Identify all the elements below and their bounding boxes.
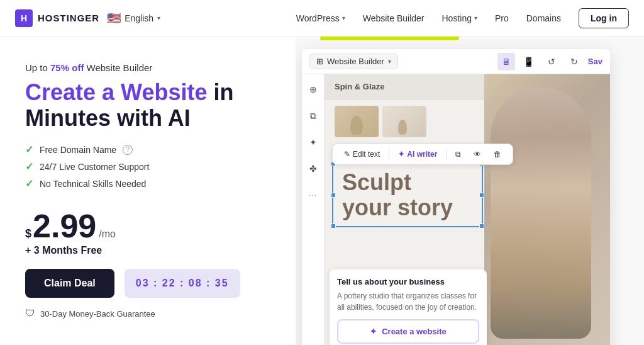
hero-title-purple: Create a Website — [25, 79, 207, 105]
edit-toolbar: ✎ Edit text ✦ AI writer ⧉ 👁 🗑 — [332, 144, 513, 165]
feature-item-support: ✓ 24/7 Live Customer Support — [25, 161, 270, 172]
login-button[interactable]: Log in — [579, 8, 629, 28]
main-nav: WordPress ▾ Website Builder Hosting ▾ Pr… — [296, 8, 629, 28]
vase-shape-2 — [398, 120, 407, 135]
redo-button[interactable]: ↻ — [565, 53, 583, 71]
promo-text: Up to 75% off Website Builder — [25, 62, 270, 73]
ai-star-icon: ✦ — [398, 150, 404, 159]
guarantee-text: 🛡 30-Day Money-Back Guarantee — [25, 308, 270, 319]
header-left: H HOSTINGER 🇺🇸 English ▾ — [15, 9, 160, 27]
toolbar-separator-2 — [446, 149, 447, 159]
builder-actions: 🖥 📱 ↺ ↻ Sav — [497, 53, 602, 71]
check-icon-1: ✓ — [25, 144, 33, 156]
thumbnail-2 — [382, 106, 426, 137]
price-section: $ 2.99 /mo + 3 Months Free — [25, 210, 270, 256]
elements-tool[interactable]: ✤ — [306, 161, 321, 176]
builder-toolbar: ⊞ Website Builder ▾ 🖥 📱 ↺ ↻ Sav — [302, 49, 610, 74]
left-panel: Up to 75% off Website Builder Create a W… — [0, 37, 296, 345]
features-list: ✓ Free Domain Name ? ✓ 24/7 Live Custome… — [25, 144, 270, 195]
handle-left-bot[interactable] — [331, 223, 336, 229]
builder-body: ⊕ ⧉ ✦ ✤ ··· ⚙ Spin & Glaze — [302, 74, 610, 345]
feature-item-domain: ✓ Free Domain Name ? — [25, 144, 270, 156]
canvas-brand-name: Spin & Glaze — [335, 82, 384, 91]
main-content: Up to 75% off Website Builder Create a W… — [0, 37, 644, 345]
feature-item-skills: ✓ No Technical Skills Needed — [25, 178, 270, 189]
info-card: Tell us about your business A pottery st… — [330, 269, 487, 345]
right-panel: ⊞ Website Builder ▾ 🖥 📱 ↺ ↻ Sav ⊕ ⧉ ✦ — [296, 37, 644, 345]
ai-tool[interactable]: ✦ — [306, 135, 321, 150]
flag-icon: 🇺🇸 — [107, 11, 121, 25]
handle-left-mid[interactable] — [331, 193, 336, 198]
nav-item-pro[interactable]: Pro — [495, 13, 509, 23]
nav-item-hosting[interactable]: Hosting ▾ — [441, 13, 477, 23]
hosting-chevron-icon: ▾ — [474, 14, 477, 21]
nav-item-wordpress[interactable]: WordPress ▾ — [296, 13, 345, 23]
add-tool[interactable]: ⊕ — [306, 82, 321, 97]
logo[interactable]: H HOSTINGER — [15, 9, 99, 27]
info-card-title: Tell us about your business — [337, 277, 479, 286]
sculpt-text: Sculpt your story — [342, 170, 473, 220]
undo-button[interactable]: ↺ — [543, 53, 560, 71]
price-bonus: + 3 Months Free — [25, 245, 270, 256]
header: H HOSTINGER 🇺🇸 English ▾ WordPress ▾ Web… — [0, 0, 644, 37]
price-amount: 2.99 — [33, 210, 96, 242]
builder-canvas: Spin & Glaze ✎ — [325, 74, 610, 345]
promo-percent: 75% off — [50, 62, 84, 73]
lang-chevron-icon: ▾ — [157, 14, 160, 21]
thumbnail-1 — [335, 106, 379, 137]
logo-icon: H — [15, 9, 33, 27]
edit-text-button[interactable]: ✎ Edit text — [339, 148, 385, 161]
price-dollar: $ — [25, 227, 31, 240]
visibility-button[interactable]: 👁 — [469, 148, 486, 161]
builder-tab[interactable]: ⊞ Website Builder ▾ — [309, 54, 398, 69]
woman-photo — [484, 74, 610, 345]
countdown-timer: 03 : 22 : 08 : 35 — [125, 269, 240, 298]
vase-shape-1 — [350, 116, 363, 135]
help-icon-domain[interactable]: ? — [123, 145, 133, 155]
builder-sidebar: ⊕ ⧉ ✦ ✤ ··· ⚙ — [302, 74, 325, 345]
mobile-view-button[interactable]: 📱 — [520, 53, 538, 71]
language-selector[interactable]: 🇺🇸 English ▾ — [107, 11, 160, 25]
feature-skills-text: No Technical Skills Needed — [40, 179, 146, 189]
nav-item-domains[interactable]: Domains — [526, 13, 561, 23]
edit-text-icon: ✎ — [344, 150, 350, 159]
builder-tab-label: Website Builder — [327, 57, 384, 66]
save-button[interactable]: Sav — [588, 57, 602, 66]
shield-icon: 🛡 — [25, 308, 35, 319]
delete-button[interactable]: 🗑 — [489, 148, 506, 161]
logo-text: HOSTINGER — [38, 13, 99, 23]
create-website-star-icon: ✦ — [370, 327, 377, 336]
desktop-view-button[interactable]: 🖥 — [497, 53, 515, 71]
handle-right-mid[interactable] — [479, 193, 484, 198]
create-website-button[interactable]: ✦ Create a website — [337, 319, 479, 344]
layers-tool[interactable]: ⧉ — [306, 108, 321, 123]
feature-domain-text: Free Domain Name — [40, 145, 116, 155]
language-label: English — [125, 13, 153, 23]
nav-item-website-builder[interactable]: Website Builder — [363, 13, 425, 23]
wordpress-chevron-icon: ▾ — [342, 14, 345, 21]
hero-title: Create a Website inMinutes with AI — [25, 79, 270, 132]
feature-support-text: 24/7 Live Customer Support — [40, 162, 149, 172]
person-figure — [491, 87, 591, 339]
more-tools[interactable]: ··· — [306, 188, 321, 203]
price-period: /mo — [99, 229, 116, 240]
claim-deal-button[interactable]: Claim Deal — [25, 269, 114, 298]
ai-writer-button[interactable]: ✦ AI writer — [393, 148, 442, 161]
cta-row: Claim Deal 03 : 22 : 08 : 35 — [25, 269, 270, 298]
price-row: $ 2.99 /mo — [25, 210, 270, 242]
info-card-text: A pottery studio that organizes classes … — [337, 290, 479, 313]
check-icon-3: ✓ — [25, 178, 33, 189]
check-icon-2: ✓ — [25, 161, 33, 172]
builder-window: ⊞ Website Builder ▾ 🖥 📱 ↺ ↻ Sav ⊕ ⧉ ✦ — [302, 49, 610, 345]
guarantee-label: 30-Day Money-Back Guarantee — [40, 309, 155, 319]
sculpt-text-block[interactable]: Sculpt your story — [332, 162, 483, 227]
handle-right-bot[interactable] — [479, 223, 484, 229]
accent-bar — [320, 37, 460, 40]
copy-button[interactable]: ⧉ — [450, 148, 466, 161]
toolbar-separator — [389, 149, 389, 159]
builder-tab-chevron-icon: ▾ — [388, 58, 391, 65]
builder-tab-icon: ⊞ — [316, 57, 323, 66]
